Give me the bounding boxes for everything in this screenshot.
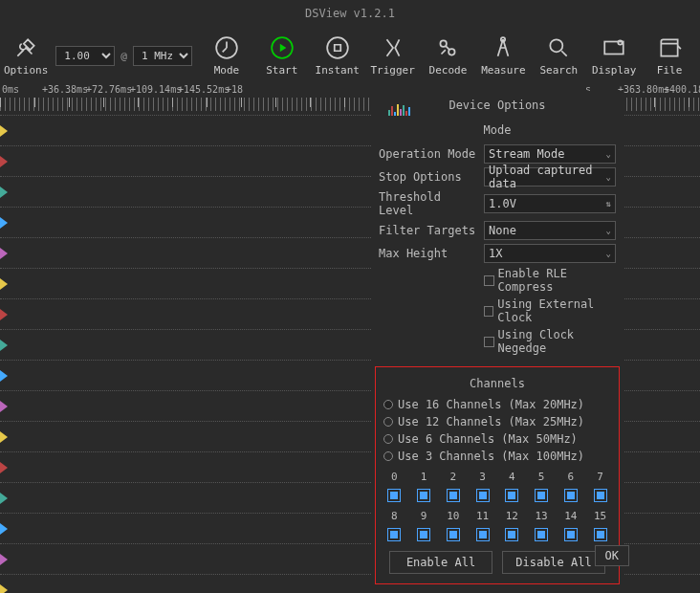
ruler-label: +109.14ms: [130, 84, 182, 95]
file-icon: [657, 35, 682, 60]
chevron-down-icon: ⌄: [606, 172, 611, 182]
channel-checkbox[interactable]: [476, 528, 490, 541]
threshold-label: Threshold Level: [379, 190, 478, 217]
negedge-checkbox[interactable]: [484, 337, 494, 347]
negedge-label: Using Clock Negedge: [498, 328, 623, 355]
channel-checkbox[interactable]: [417, 489, 430, 502]
search-icon: [546, 35, 571, 60]
at-label: @: [120, 50, 127, 62]
channel-marker-icon: [0, 523, 8, 535]
channel-marker-icon: [0, 248, 8, 259]
channel-marker-icon: [0, 493, 8, 504]
channel-count-option[interactable]: Use 16 Channels (Max 20MHz): [382, 396, 613, 413]
decode-icon: [435, 35, 460, 60]
rle-checkbox[interactable]: [484, 275, 494, 286]
channel-checkbox[interactable]: [417, 528, 430, 541]
channel-marker-icon: [0, 401, 8, 412]
channel-number: 12: [499, 510, 525, 522]
radio-label: Use 12 Channels (Max 25MHz): [398, 415, 584, 428]
channel-number: 2: [441, 471, 467, 483]
ruler-label: 0ms: [2, 84, 19, 95]
channel-checkbox[interactable]: [564, 528, 578, 541]
chevron-down-icon: ⌄: [606, 149, 611, 159]
channel-checkbox[interactable]: [505, 528, 518, 541]
trigger-button[interactable]: Trigger: [366, 35, 420, 77]
radio-label: Use 16 Channels (Max 20MHz): [398, 398, 584, 411]
radio-label: Use 3 Channels (Max 100MHz): [398, 450, 584, 463]
channel-checkbox[interactable]: [535, 489, 548, 502]
threshold-spinner[interactable]: 1.0V⇅: [484, 194, 616, 213]
max-height-select[interactable]: 1X⌄: [484, 244, 616, 263]
ruler-label: +400.18ms: [664, 84, 700, 95]
channel-checkbox[interactable]: [387, 528, 401, 541]
channel-checkbox[interactable]: [447, 489, 460, 502]
chevron-down-icon: ⌄: [606, 249, 611, 258]
channel-marker-icon: [0, 340, 8, 351]
channel-marker-icon: [0, 125, 8, 137]
options-button[interactable]: Options: [4, 35, 48, 77]
search-button[interactable]: Search: [532, 35, 585, 77]
decode-button[interactable]: Decode: [422, 35, 475, 77]
max-height-label: Max Height: [379, 247, 478, 260]
start-button[interactable]: Start: [255, 35, 309, 77]
channel-marker-icon: [0, 462, 8, 473]
svg-point-6: [551, 39, 563, 52]
channel-marker-icon: [0, 370, 8, 382]
channel-number: 4: [499, 471, 525, 483]
channel-checkbox[interactable]: [535, 528, 548, 541]
compass-icon: [491, 35, 515, 60]
instant-button[interactable]: Instant: [311, 35, 364, 77]
duration-select[interactable]: 1.00 s: [55, 46, 115, 66]
channel-marker-icon: [0, 187, 8, 198]
filter-targets-select[interactable]: None⌄: [484, 221, 616, 240]
channel-number: 3: [470, 471, 495, 483]
channel-number: 7: [587, 471, 613, 483]
channel-checkbox[interactable]: [594, 528, 607, 541]
svg-rect-7: [604, 41, 623, 54]
ext-clock-checkbox[interactable]: [484, 306, 493, 317]
channel-checkbox[interactable]: [387, 489, 401, 502]
channel-checkbox[interactable]: [564, 489, 578, 502]
channel-number: 15: [587, 510, 613, 522]
spinner-icon: ⇅: [606, 199, 611, 209]
ruler-label: +18: [226, 84, 243, 95]
mode-icon: [214, 35, 239, 60]
stop-options-select[interactable]: Upload captured data⌄: [484, 167, 616, 187]
waveform-icon: [388, 104, 410, 116]
channel-number: 10: [441, 510, 467, 522]
filter-targets-label: Filter Targets: [379, 224, 478, 237]
operation-mode-select[interactable]: Stream Mode⌄: [484, 144, 616, 164]
measure-button[interactable]: Measure: [476, 35, 530, 77]
mode-heading: Mode: [371, 123, 623, 137]
ok-button[interactable]: OK: [595, 545, 629, 566]
display-button[interactable]: Display: [587, 35, 641, 77]
sample-rate-select[interactable]: 1 MHz: [133, 46, 192, 66]
ruler-label: +363.80ms: [618, 84, 669, 95]
radio-icon: [383, 417, 393, 427]
radio-icon: [383, 451, 393, 461]
channel-number: 0: [382, 471, 407, 483]
channel-count-option[interactable]: Use 3 Channels (Max 100MHz): [382, 448, 613, 465]
instant-icon: [325, 35, 350, 60]
channel-count-option[interactable]: Use 6 Channels (Max 50MHz): [382, 430, 613, 448]
display-icon: [602, 35, 626, 60]
trigger-icon: [381, 35, 405, 60]
channel-checkbox[interactable]: [476, 489, 490, 502]
channel-checkbox[interactable]: [505, 489, 518, 502]
disable-all-button[interactable]: Disable All: [502, 551, 605, 574]
device-options-dialog: Device Options Mode Operation ModeStream…: [371, 91, 623, 584]
rle-label: Enable RLE Compress: [498, 267, 623, 294]
file-button[interactable]: File: [643, 35, 696, 77]
wrench-screwdriver-icon: [13, 35, 38, 60]
radio-icon: [383, 400, 393, 409]
svg-point-8: [618, 40, 622, 44]
channel-checkbox[interactable]: [447, 528, 460, 541]
channel-checkbox[interactable]: [594, 489, 607, 502]
radio-icon: [383, 434, 393, 444]
mode-button[interactable]: Mode: [200, 35, 253, 77]
channel-count-option[interactable]: Use 12 Channels (Max 25MHz): [382, 413, 613, 430]
enable-all-button[interactable]: Enable All: [389, 551, 492, 574]
channel-marker-icon: [0, 278, 8, 290]
channel-marker-icon: [0, 554, 8, 565]
stop-options-label: Stop Options: [379, 170, 478, 184]
